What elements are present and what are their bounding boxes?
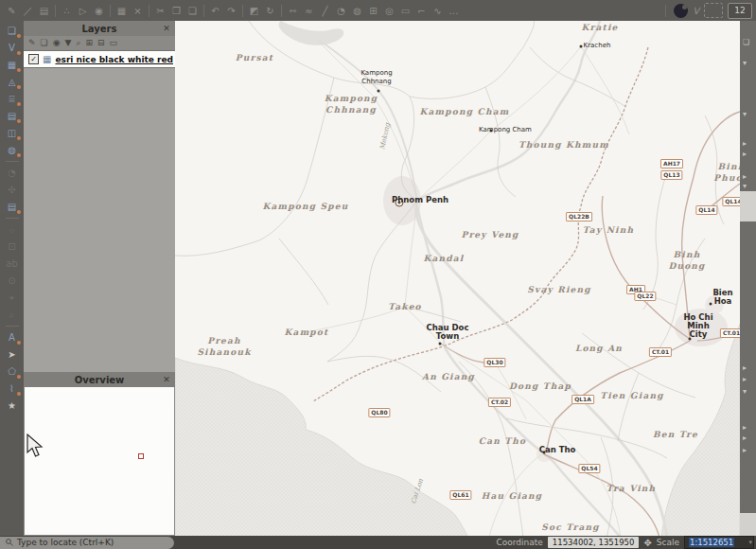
layer-visibility-checkbox[interactable]: ✓ — [28, 54, 39, 64]
scale-select[interactable]: 1:1512651 ▾ — [684, 536, 754, 549]
dock-chevron-icon[interactable]: ▸ — [743, 150, 747, 159]
river-label: Mekong — [378, 122, 392, 151]
redo-icon[interactable]: ↷ — [223, 3, 239, 19]
coordinate-input[interactable]: 11534002, 1351950 — [548, 537, 640, 548]
add-point-cloud-layer-icon[interactable]: ⌔ — [4, 222, 21, 237]
toolbar-separator — [281, 5, 282, 17]
tracing-icon[interactable]: … — [446, 3, 462, 19]
delete-selected-icon[interactable]: ⨯ — [130, 3, 146, 19]
dock-splitter-handle[interactable] — [740, 513, 756, 536]
layers-panel-titlebar[interactable]: Layers ✕ — [24, 21, 175, 36]
layer-diagram-icon[interactable]: ⊙ — [4, 274, 21, 288]
select-annotation-icon[interactable]: ➤ — [4, 347, 21, 362]
line-annotation-icon[interactable]: ⌇ — [4, 381, 21, 396]
dock-panel-icon[interactable]: ❏ — [743, 38, 749, 47]
add-mesh-layer-icon[interactable]: ◬ — [4, 75, 21, 89]
layer-item[interactable]: ✓ ▦ esri nice black white red — [24, 50, 175, 68]
copy-features-icon[interactable]: ❐ — [168, 3, 185, 19]
layer-name[interactable]: esri nice black white red — [55, 55, 173, 64]
manage-visibility-icon[interactable]: ◉ — [53, 36, 61, 50]
map-canvas[interactable]: KratiePursatKampong ChhnangKampong ChamT… — [175, 21, 740, 536]
overview-map[interactable] — [25, 387, 174, 535]
add-wms-layer-icon[interactable]: ◍ — [4, 143, 21, 157]
vector-tool-icon[interactable]: V — [693, 6, 699, 16]
dock-chevron-icon[interactable]: ▸ — [743, 446, 747, 455]
dock-chevron-icon[interactable]: ▾ — [743, 110, 747, 119]
polygon-annotation-icon[interactable]: ⬠ — [4, 364, 21, 379]
pin-labels-icon[interactable]: ⌖ — [4, 291, 21, 305]
expand-all-icon[interactable]: ⊞ — [85, 36, 93, 50]
dock-splitter-handle[interactable] — [740, 191, 756, 221]
add-vector-layer-icon[interactable]: V — [4, 41, 21, 55]
highlight-labels-icon[interactable]: ⌕ — [4, 308, 21, 322]
value-spinbox[interactable]: 12 — [728, 3, 752, 19]
layers-panel-body[interactable] — [24, 68, 175, 372]
locate-placeholder: Type to locate (Ctrl+K) — [17, 538, 114, 547]
province-label: Kratie — [582, 22, 619, 33]
merge-features-icon[interactable]: ▭ — [397, 3, 413, 19]
collapse-all-icon[interactable]: ⊟ — [97, 36, 105, 50]
dock-chevron-icon[interactable]: ▸ — [743, 139, 747, 149]
coordinate-label: Coordinate — [497, 538, 543, 547]
dock-chevron-icon[interactable]: ▸ — [743, 434, 747, 443]
dock-chevron-icon[interactable]: ▸ — [743, 172, 747, 182]
favorites-star-icon[interactable]: ★ — [4, 398, 21, 413]
locate-input[interactable]: Type to locate (Ctrl+K) — [0, 537, 174, 549]
add-ring-icon[interactable]: ◍ — [349, 3, 365, 19]
add-spatialite-layer-icon[interactable]: ◫ — [4, 126, 21, 140]
layer-labeling-icon[interactable]: ab — [4, 257, 21, 271]
add-wcs-layer-icon[interactable]: ◔ — [4, 166, 21, 180]
rotate-feature-icon[interactable]: ↻ — [262, 3, 278, 19]
top-toolbar: ✎／▤∴▷◉▦⨯✂❐❏↶↷◩↻⇿≈╱◔◍⊞◎▭⌐∿… V 12 — [0, 0, 756, 21]
add-delimited-text-layer-icon[interactable]: ⌸ — [4, 92, 21, 106]
move-feature-icon[interactable]: ⇿ — [285, 3, 301, 19]
add-raster-layer-icon[interactable]: ▦ — [4, 58, 21, 72]
add-arcgis-layer-icon[interactable]: ▤ — [4, 200, 21, 214]
map-labels: KratiePursatKampong ChhnangKampong ChamT… — [175, 21, 740, 536]
data-source-manager-icon[interactable]: ❏ — [4, 24, 21, 38]
vertex-tool-icon[interactable]: ◉ — [91, 3, 107, 19]
add-wfs-layer-icon[interactable]: ✣ — [4, 183, 21, 197]
dock-chevron-icon[interactable]: ▾ — [743, 59, 747, 68]
add-group-icon[interactable]: ❏ — [41, 36, 48, 50]
capture-polygon-icon[interactable]: ▷ — [75, 3, 91, 19]
add-postgis-layer-icon[interactable]: ▤ — [4, 109, 21, 123]
overview-panel-titlebar[interactable]: Overview ✕ — [24, 372, 175, 387]
snapping-options-icon[interactable]: ∿ — [430, 3, 446, 19]
split-features-icon[interactable]: ╱ — [317, 3, 333, 19]
dock-chevron-icon[interactable]: ▸ — [743, 375, 747, 384]
extent-select-icon[interactable] — [704, 3, 723, 18]
save-edits-icon[interactable]: ▤ — [36, 3, 52, 19]
close-icon[interactable]: ✕ — [161, 23, 172, 34]
fill-ring-icon[interactable]: ◎ — [381, 3, 397, 19]
province-label: Tien Giang — [600, 390, 663, 401]
dock-chevron-icon[interactable]: ▸ — [743, 423, 747, 433]
undo-icon[interactable]: ↶ — [207, 3, 223, 19]
dock-chevron-icon[interactable]: ▸ — [743, 363, 747, 373]
new-map-view-icon[interactable]: ◩ — [246, 3, 262, 19]
remove-layer-icon[interactable]: ▭ — [110, 36, 118, 50]
dock-chevron-icon[interactable]: ▾ — [743, 182, 747, 191]
cut-features-icon[interactable]: ✂ — [152, 3, 168, 19]
dock-chevron-icon[interactable]: ▾ — [743, 387, 747, 397]
road-shield: QL30 — [483, 358, 505, 367]
modify-attributes-icon[interactable]: ▦ — [114, 3, 130, 19]
add-virtual-layer-icon[interactable]: ⊡ — [4, 239, 21, 254]
reshape-feature-icon[interactable]: ≈ — [301, 3, 317, 19]
open-layer-styling-icon[interactable]: ✎ — [28, 36, 36, 50]
capture-point-icon[interactable]: ∴ — [59, 3, 75, 19]
filter-legend-icon[interactable]: ▼ — [64, 36, 71, 50]
close-icon[interactable]: ✕ — [161, 374, 172, 385]
trim-extend-icon[interactable]: ⌐ — [413, 3, 430, 19]
extents-toggle-icon[interactable]: ✥ — [643, 538, 651, 548]
add-part-icon[interactable]: ⊞ — [365, 3, 381, 19]
offset-curve-icon[interactable]: ◔ — [333, 3, 349, 19]
new-annotation-icon[interactable]: A — [4, 330, 21, 345]
filter-by-expression-icon[interactable]: ⌕ — [76, 36, 80, 50]
digitize-line-icon[interactable]: ／ — [20, 3, 36, 19]
top-toolbar-right: V 12 — [662, 3, 752, 19]
paste-features-icon[interactable]: ❏ — [185, 3, 201, 19]
river-label: Cai Lon — [410, 478, 425, 505]
city-dot-icon — [439, 343, 442, 345]
edit-pencil-icon[interactable]: ✎ — [4, 3, 20, 19]
